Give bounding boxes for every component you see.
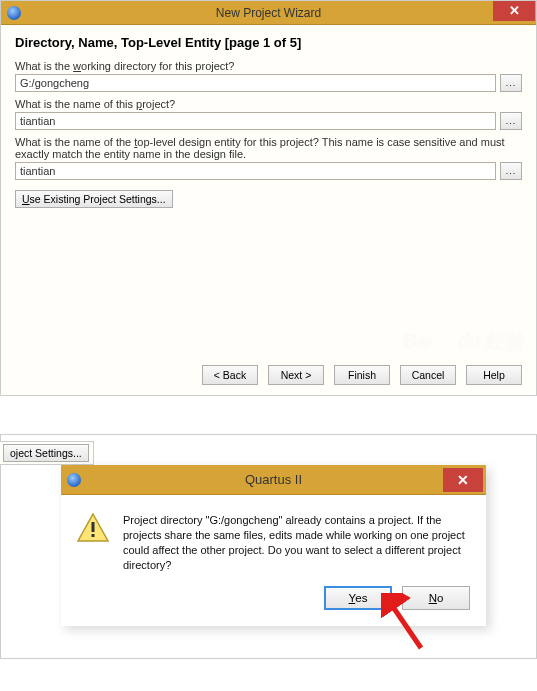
wizard-body: Directory, Name, Top-Level Entity [page … [1,25,536,395]
close-icon[interactable]: ✕ [443,468,483,492]
browse-name-button[interactable]: ... [500,112,522,130]
back-button[interactable]: < Back [202,365,258,385]
wizard-footer: < Back Next > Finish Cancel Help [202,365,522,385]
yes-button[interactable]: Yes [324,586,392,610]
app-icon [67,473,81,487]
paw-icon [436,333,454,351]
cancel-button[interactable]: Cancel [400,365,456,385]
dialog-message: Project directory "G:/gongcheng" already… [123,513,470,572]
help-button[interactable]: Help [466,365,522,385]
wizard-titlebar: New Project Wizard ✕ [1,1,536,25]
dialog-title: Quartus II [61,472,486,487]
wizard-title: New Project Wizard [1,6,536,20]
finish-button[interactable]: Finish [334,365,390,385]
browse-entity-button[interactable]: ... [500,162,522,180]
browse-dir-button[interactable]: ... [500,74,522,92]
partial-settings-button[interactable]: oject Settings... [3,444,89,462]
project-name-label: What is the name of this project? [15,98,522,110]
dialog-titlebar: Quartus II ✕ [61,465,486,495]
svg-rect-1 [92,522,95,532]
background-fragment: oject Settings... [0,441,94,465]
close-icon[interactable]: ✕ [493,1,535,21]
warning-icon [77,513,109,543]
watermark: Bai du 经验 [403,328,524,355]
entity-name-input[interactable] [15,162,496,180]
svg-rect-2 [92,534,95,537]
working-dir-label: What is the working directory for this p… [15,60,522,72]
quartus-dialog: Quartus II ✕ Project directory "G:/gongc… [61,465,486,626]
working-dir-input[interactable] [15,74,496,92]
entity-name-label: What is the name of the top-level design… [15,136,522,160]
app-icon [7,6,21,20]
project-name-input[interactable] [15,112,496,130]
use-existing-settings-button[interactable]: Use Existing Project Settings... [15,190,173,208]
no-button[interactable]: No [402,586,470,610]
next-button[interactable]: Next > [268,365,324,385]
wizard-heading: Directory, Name, Top-Level Entity [page … [15,35,522,50]
